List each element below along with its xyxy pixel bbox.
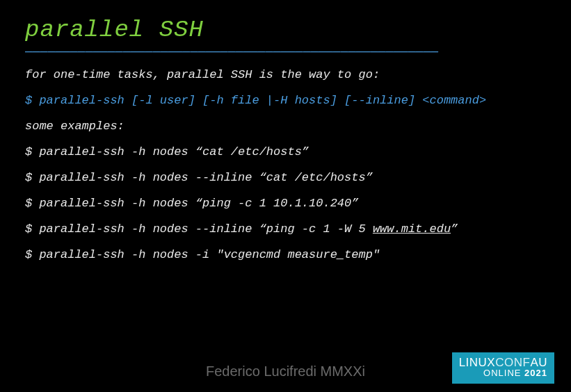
author-credit: Federico Lucifredi MMXXi bbox=[206, 364, 365, 379]
badge-au: AU bbox=[530, 356, 547, 369]
conference-badge: LINUXCONFAU ONLINE 2021 bbox=[452, 352, 554, 384]
badge-linux: LINUX bbox=[459, 356, 496, 369]
example-5: $ parallel-ssh -h nodes -i "vcgencmd mea… bbox=[25, 248, 546, 261]
badge-bottom-line: ONLINE 2021 bbox=[459, 368, 547, 378]
example-4-suffix: ” bbox=[451, 222, 458, 236]
badge-top-line: LINUXCONFAU bbox=[459, 357, 547, 369]
example-4: $ parallel-ssh -h nodes --inline “ping -… bbox=[25, 222, 546, 236]
syntax-line: $ parallel-ssh [-l user] [-h file |-H ho… bbox=[25, 94, 546, 107]
intro-text: for one-time tasks, parallel SSH is the … bbox=[25, 68, 546, 81]
badge-year: 2021 bbox=[524, 368, 547, 378]
slide-title: parallel SSH bbox=[25, 17, 546, 43]
example-3: $ parallel-ssh -h nodes “ping -c 1 10.1.… bbox=[25, 197, 546, 210]
example-4-link: www.mit.edu bbox=[373, 222, 451, 236]
example-4-prefix: $ parallel-ssh -h nodes --inline “ping -… bbox=[25, 222, 373, 236]
example-1: $ parallel-ssh -h nodes “cat /etc/hosts” bbox=[25, 145, 546, 158]
example-2: $ parallel-ssh -h nodes --inline “cat /e… bbox=[25, 171, 546, 184]
title-divider: ————————————————————————————————————————… bbox=[25, 44, 546, 58]
badge-conf: CONF bbox=[495, 356, 530, 369]
examples-label: some examples: bbox=[25, 120, 546, 133]
slide-content: parallel SSH ———————————————————————————… bbox=[0, 0, 571, 261]
badge-online: ONLINE bbox=[483, 368, 524, 378]
